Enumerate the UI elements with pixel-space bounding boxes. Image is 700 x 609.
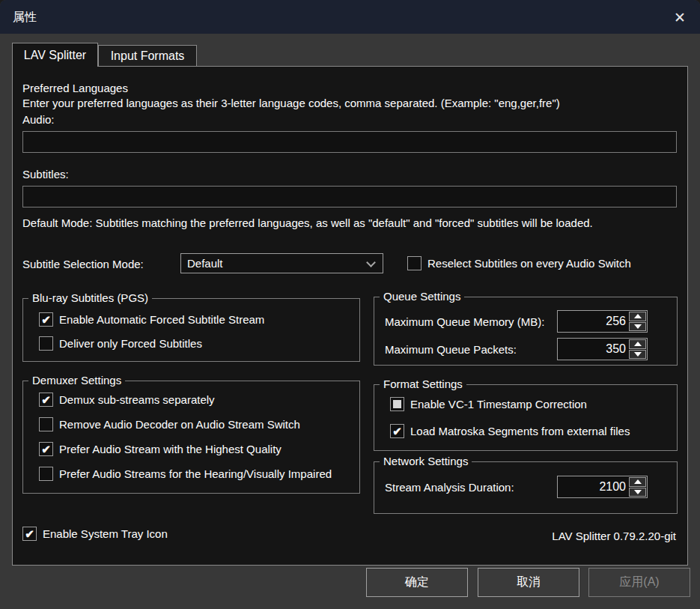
- max-queue-memory-label: Maximum Queue Memory (MB):: [385, 315, 544, 328]
- title-bar: 属性 ✕: [0, 0, 700, 34]
- window-title: 属性: [13, 0, 37, 34]
- demuxer-settings-group-title: Demuxer Settings: [28, 374, 125, 387]
- bluray-subtitles-group-title: Blu-ray Subtitles (PGS): [28, 291, 152, 304]
- prefer-highest-quality-checkbox[interactable]: [39, 442, 53, 456]
- version-text: LAV Splitter 0.79.2.20-git: [552, 530, 676, 542]
- properties-dialog: 属性 ✕ LAV Splitter Input Formats Preferre…: [0, 0, 700, 609]
- audio-label: Audio:: [22, 113, 55, 126]
- checkbox-label: Enable Automatic Forced Subtitle Stream: [59, 313, 264, 326]
- enable-system-tray-label: Enable System Tray Icon: [43, 527, 168, 540]
- queue-settings-group-title: Queue Settings: [380, 290, 464, 303]
- spin-down-button[interactable]: [629, 350, 646, 360]
- default-mode-note: Default Mode: Subtitles matching the pre…: [22, 216, 593, 229]
- checkbox-label: Prefer Audio Stream with the Highest Qua…: [59, 443, 281, 455]
- network-settings-group-title: Network Settings: [380, 455, 472, 467]
- spin-up-button[interactable]: [629, 312, 646, 321]
- spin-down-button[interactable]: [629, 322, 646, 332]
- checkbox-row: Enable VC-1 Timestamp Correction: [390, 397, 587, 411]
- checkbox-row: Enable Automatic Forced Subtitle Stream: [39, 312, 264, 327]
- reselect-subtitles-row: Reselect Subtitles on every Audio Switch: [407, 256, 631, 270]
- checkbox-label: Demux sub-streams separately: [59, 393, 215, 406]
- arrow-down-icon: [634, 324, 642, 329]
- spin-down-button[interactable]: [629, 488, 646, 497]
- checkbox-label: Deliver only Forced Subtitles: [59, 337, 202, 350]
- checkbox-label: Remove Audio Decoder on Audio Stream Swi…: [59, 418, 300, 431]
- arrow-up-icon: [634, 479, 642, 484]
- subtitle-mode-selected-value: Default: [187, 254, 223, 273]
- max-queue-packets-label: Maximum Queue Packets:: [385, 343, 517, 356]
- checkbox-label: Load Matroska Segments from external fil…: [410, 425, 630, 437]
- arrow-down-icon: [634, 490, 642, 494]
- demux-substreams-checkbox[interactable]: [39, 393, 53, 407]
- stream-analysis-duration-spinner[interactable]: 2100: [557, 476, 648, 498]
- subtitles-label: Subtitles:: [22, 168, 69, 181]
- format-settings-group-title: Format Settings: [380, 378, 466, 390]
- checkbox-row: Prefer Audio Streams for the Hearing/Vis…: [39, 467, 332, 481]
- spin-up-button[interactable]: [629, 339, 646, 349]
- apply-button[interactable]: 应用(A): [588, 568, 690, 597]
- enable-system-tray-checkbox[interactable]: [22, 527, 37, 541]
- spinner-value: 2100: [599, 476, 626, 497]
- stream-analysis-duration-label: Stream Analysis Duration:: [385, 481, 514, 494]
- vc1-timestamp-correction-checkbox[interactable]: [390, 397, 404, 411]
- checkbox-row: Load Matroska Segments from external fil…: [390, 424, 630, 438]
- arrow-up-icon: [634, 314, 642, 318]
- spin-up-button[interactable]: [629, 477, 646, 487]
- tab-lav-splitter[interactable]: LAV Splitter: [12, 43, 98, 67]
- network-settings-group: Network Settings Stream Analysis Duratio…: [374, 461, 678, 514]
- ok-button[interactable]: 确定: [366, 568, 468, 597]
- demuxer-settings-group: Demuxer Settings Demux sub-streams separ…: [22, 381, 360, 494]
- load-matroska-segments-checkbox[interactable]: [390, 424, 404, 438]
- audio-input[interactable]: [22, 131, 677, 153]
- arrow-down-icon: [634, 352, 642, 357]
- max-queue-packets-spinner[interactable]: 350: [557, 338, 648, 360]
- checkbox-row: Demux sub-streams separately: [39, 393, 215, 407]
- format-settings-group: Format Settings Enable VC-1 Timestamp Co…: [374, 384, 678, 451]
- reselect-subtitles-checkbox[interactable]: [407, 256, 421, 270]
- close-icon[interactable]: ✕: [666, 4, 693, 31]
- tray-icon-row: Enable System Tray Icon: [22, 527, 168, 541]
- subtitles-input[interactable]: [22, 186, 677, 207]
- preferred-languages-description: Enter your preferred languages as their …: [22, 97, 560, 109]
- arrow-up-icon: [634, 342, 642, 346]
- cancel-button[interactable]: 取消: [478, 568, 579, 597]
- chevron-down-icon: [366, 258, 376, 267]
- remove-audio-decoder-checkbox[interactable]: [39, 417, 53, 431]
- checkbox-label: Prefer Audio Streams for the Hearing/Vis…: [59, 467, 332, 480]
- subtitle-mode-label: Subtitle Selection Mode:: [22, 258, 144, 270]
- queue-settings-group: Queue Settings Maximum Queue Memory (MB)…: [374, 297, 678, 366]
- checkbox-row: Remove Audio Decoder on Audio Stream Swi…: [39, 417, 300, 431]
- checkbox-label: Enable VC-1 Timestamp Correction: [410, 398, 587, 410]
- tab-page-lav-splitter: Preferred Languages Enter your preferred…: [12, 66, 688, 566]
- bluray-subtitles-group: Blu-ray Subtitles (PGS) Enable Automatic…: [22, 298, 360, 362]
- checkbox-row: Deliver only Forced Subtitles: [39, 336, 202, 351]
- checkbox-row: Prefer Audio Stream with the Highest Qua…: [39, 442, 281, 456]
- spinner-value: 350: [606, 339, 626, 360]
- deliver-only-forced-subtitles-checkbox[interactable]: [39, 336, 53, 351]
- tab-input-formats[interactable]: Input Formats: [98, 45, 197, 67]
- prefer-impaired-streams-checkbox[interactable]: [39, 467, 53, 481]
- reselect-subtitles-label: Reselect Subtitles on every Audio Switch: [427, 257, 631, 270]
- enable-auto-forced-subtitle-checkbox[interactable]: [39, 312, 53, 327]
- preferred-languages-heading: Preferred Languages: [22, 82, 128, 94]
- spinner-value: 256: [606, 311, 626, 332]
- max-queue-memory-spinner[interactable]: 256: [557, 310, 648, 333]
- subtitle-mode-select[interactable]: Default: [180, 253, 383, 273]
